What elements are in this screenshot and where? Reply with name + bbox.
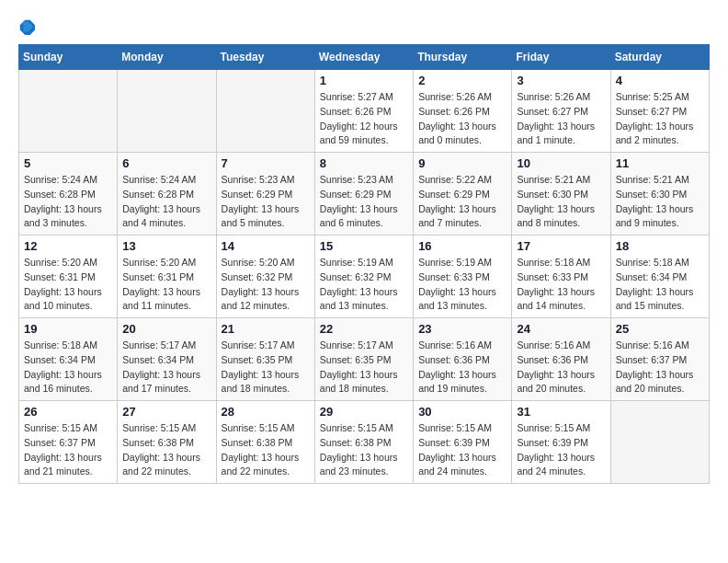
calendar-week-row: 19Sunrise: 5:18 AMSunset: 6:34 PMDayligh… bbox=[19, 318, 710, 401]
day-number: 26 bbox=[24, 405, 112, 419]
calendar-cell: 4Sunrise: 5:25 AMSunset: 6:27 PMDaylight… bbox=[610, 70, 709, 153]
calendar-cell bbox=[19, 70, 118, 153]
day-info: Sunrise: 5:18 AMSunset: 6:33 PMDaylight:… bbox=[517, 256, 605, 314]
calendar-cell bbox=[216, 70, 314, 153]
day-number: 9 bbox=[418, 156, 506, 170]
calendar-cell: 18Sunrise: 5:18 AMSunset: 6:34 PMDayligh… bbox=[610, 236, 709, 318]
day-info: Sunrise: 5:15 AMSunset: 6:39 PMDaylight:… bbox=[517, 421, 605, 479]
calendar-cell: 29Sunrise: 5:15 AMSunset: 6:38 PMDayligh… bbox=[314, 401, 413, 484]
day-number: 15 bbox=[320, 239, 408, 253]
calendar-cell: 24Sunrise: 5:16 AMSunset: 6:36 PMDayligh… bbox=[512, 318, 610, 401]
day-info: Sunrise: 5:15 AMSunset: 6:38 PMDaylight:… bbox=[122, 421, 210, 479]
day-number: 20 bbox=[122, 322, 210, 336]
calendar-cell: 15Sunrise: 5:19 AMSunset: 6:32 PMDayligh… bbox=[314, 236, 413, 318]
day-number: 21 bbox=[222, 322, 310, 336]
calendar-cell: 8Sunrise: 5:23 AMSunset: 6:29 PMDaylight… bbox=[314, 153, 413, 236]
calendar-cell: 27Sunrise: 5:15 AMSunset: 6:38 PMDayligh… bbox=[118, 401, 216, 484]
day-number: 22 bbox=[320, 322, 408, 336]
calendar-cell: 7Sunrise: 5:23 AMSunset: 6:29 PMDaylight… bbox=[216, 153, 314, 236]
day-number: 10 bbox=[517, 156, 605, 170]
calendar-header-row: SundayMondayTuesdayWednesdayThursdayFrid… bbox=[19, 45, 710, 70]
calendar-cell: 16Sunrise: 5:19 AMSunset: 6:33 PMDayligh… bbox=[414, 236, 512, 318]
calendar-cell: 3Sunrise: 5:26 AMSunset: 6:27 PMDaylight… bbox=[512, 70, 610, 153]
day-number: 2 bbox=[418, 74, 506, 87]
day-info: Sunrise: 5:25 AMSunset: 6:27 PMDaylight:… bbox=[616, 90, 704, 148]
day-number: 18 bbox=[616, 239, 704, 253]
day-info: Sunrise: 5:16 AMSunset: 6:36 PMDaylight:… bbox=[418, 339, 506, 396]
calendar-cell bbox=[118, 70, 216, 153]
day-number: 4 bbox=[616, 74, 704, 87]
day-number: 5 bbox=[24, 156, 112, 170]
day-info: Sunrise: 5:15 AMSunset: 6:38 PMDaylight:… bbox=[320, 421, 408, 479]
day-info: Sunrise: 5:15 AMSunset: 6:39 PMDaylight:… bbox=[418, 421, 506, 479]
day-number: 25 bbox=[616, 322, 704, 336]
calendar-day-header: Thursday bbox=[414, 45, 512, 70]
day-info: Sunrise: 5:22 AMSunset: 6:29 PMDaylight:… bbox=[418, 173, 506, 231]
day-info: Sunrise: 5:26 AMSunset: 6:27 PMDaylight:… bbox=[517, 90, 605, 148]
day-number: 24 bbox=[517, 322, 605, 336]
calendar-cell: 21Sunrise: 5:17 AMSunset: 6:35 PMDayligh… bbox=[216, 318, 314, 401]
day-info: Sunrise: 5:26 AMSunset: 6:26 PMDaylight:… bbox=[418, 90, 506, 148]
day-info: Sunrise: 5:19 AMSunset: 6:33 PMDaylight:… bbox=[418, 256, 506, 314]
calendar-cell: 2Sunrise: 5:26 AMSunset: 6:26 PMDaylight… bbox=[414, 70, 512, 153]
day-info: Sunrise: 5:21 AMSunset: 6:30 PMDaylight:… bbox=[616, 173, 704, 231]
day-info: Sunrise: 5:20 AMSunset: 6:32 PMDaylight:… bbox=[222, 256, 310, 314]
day-info: Sunrise: 5:20 AMSunset: 6:31 PMDaylight:… bbox=[122, 256, 210, 314]
day-info: Sunrise: 5:17 AMSunset: 6:35 PMDaylight:… bbox=[222, 339, 310, 396]
day-info: Sunrise: 5:15 AMSunset: 6:38 PMDaylight:… bbox=[222, 421, 310, 479]
calendar-cell: 17Sunrise: 5:18 AMSunset: 6:33 PMDayligh… bbox=[512, 236, 610, 318]
calendar-cell: 10Sunrise: 5:21 AMSunset: 6:30 PMDayligh… bbox=[512, 153, 610, 236]
day-number: 1 bbox=[320, 74, 408, 87]
day-info: Sunrise: 5:24 AMSunset: 6:28 PMDaylight:… bbox=[24, 173, 112, 231]
calendar-day-header: Friday bbox=[512, 45, 610, 70]
day-number: 12 bbox=[24, 239, 112, 253]
calendar-cell: 13Sunrise: 5:20 AMSunset: 6:31 PMDayligh… bbox=[118, 236, 216, 318]
day-number: 13 bbox=[122, 239, 210, 253]
day-number: 27 bbox=[122, 405, 210, 419]
calendar-cell: 31Sunrise: 5:15 AMSunset: 6:39 PMDayligh… bbox=[512, 401, 610, 484]
day-info: Sunrise: 5:16 AMSunset: 6:37 PMDaylight:… bbox=[616, 339, 704, 396]
logo-icon bbox=[18, 18, 35, 35]
day-number: 11 bbox=[616, 156, 704, 170]
day-info: Sunrise: 5:17 AMSunset: 6:34 PMDaylight:… bbox=[122, 339, 210, 396]
calendar-cell: 9Sunrise: 5:22 AMSunset: 6:29 PMDaylight… bbox=[414, 153, 512, 236]
day-number: 23 bbox=[418, 322, 506, 336]
calendar-week-row: 12Sunrise: 5:20 AMSunset: 6:31 PMDayligh… bbox=[19, 236, 710, 318]
calendar-cell: 19Sunrise: 5:18 AMSunset: 6:34 PMDayligh… bbox=[19, 318, 118, 401]
calendar-week-row: 5Sunrise: 5:24 AMSunset: 6:28 PMDaylight… bbox=[19, 153, 710, 236]
day-number: 17 bbox=[517, 239, 605, 253]
calendar-week-row: 1Sunrise: 5:27 AMSunset: 6:26 PMDaylight… bbox=[19, 70, 710, 153]
calendar-cell: 25Sunrise: 5:16 AMSunset: 6:37 PMDayligh… bbox=[610, 318, 709, 401]
calendar-day-header: Saturday bbox=[610, 45, 709, 70]
calendar-cell: 5Sunrise: 5:24 AMSunset: 6:28 PMDaylight… bbox=[19, 153, 118, 236]
logo bbox=[18, 18, 37, 35]
calendar-day-header: Sunday bbox=[19, 45, 118, 70]
calendar-cell: 30Sunrise: 5:15 AMSunset: 6:39 PMDayligh… bbox=[414, 401, 512, 484]
day-number: 30 bbox=[418, 405, 506, 419]
day-info: Sunrise: 5:19 AMSunset: 6:32 PMDaylight:… bbox=[320, 256, 408, 314]
day-number: 7 bbox=[222, 156, 310, 170]
day-number: 16 bbox=[418, 239, 506, 253]
day-info: Sunrise: 5:20 AMSunset: 6:31 PMDaylight:… bbox=[24, 256, 112, 314]
day-number: 6 bbox=[122, 156, 210, 170]
day-info: Sunrise: 5:17 AMSunset: 6:35 PMDaylight:… bbox=[320, 339, 408, 396]
calendar-cell: 22Sunrise: 5:17 AMSunset: 6:35 PMDayligh… bbox=[314, 318, 413, 401]
page-header bbox=[18, 18, 710, 35]
day-number: 29 bbox=[320, 405, 408, 419]
calendar-cell: 14Sunrise: 5:20 AMSunset: 6:32 PMDayligh… bbox=[216, 236, 314, 318]
day-info: Sunrise: 5:15 AMSunset: 6:37 PMDaylight:… bbox=[24, 421, 112, 479]
calendar-cell: 20Sunrise: 5:17 AMSunset: 6:34 PMDayligh… bbox=[118, 318, 216, 401]
calendar-cell bbox=[610, 401, 709, 484]
calendar-week-row: 26Sunrise: 5:15 AMSunset: 6:37 PMDayligh… bbox=[19, 401, 710, 484]
calendar-cell: 11Sunrise: 5:21 AMSunset: 6:30 PMDayligh… bbox=[610, 153, 709, 236]
day-info: Sunrise: 5:18 AMSunset: 6:34 PMDaylight:… bbox=[616, 256, 704, 314]
day-number: 28 bbox=[222, 405, 310, 419]
day-info: Sunrise: 5:27 AMSunset: 6:26 PMDaylight:… bbox=[320, 90, 408, 148]
day-info: Sunrise: 5:23 AMSunset: 6:29 PMDaylight:… bbox=[320, 173, 408, 231]
calendar-cell: 12Sunrise: 5:20 AMSunset: 6:31 PMDayligh… bbox=[19, 236, 118, 318]
day-info: Sunrise: 5:23 AMSunset: 6:29 PMDaylight:… bbox=[222, 173, 310, 231]
day-number: 19 bbox=[24, 322, 112, 336]
calendar-cell: 1Sunrise: 5:27 AMSunset: 6:26 PMDaylight… bbox=[314, 70, 413, 153]
day-number: 8 bbox=[320, 156, 408, 170]
day-number: 14 bbox=[222, 239, 310, 253]
